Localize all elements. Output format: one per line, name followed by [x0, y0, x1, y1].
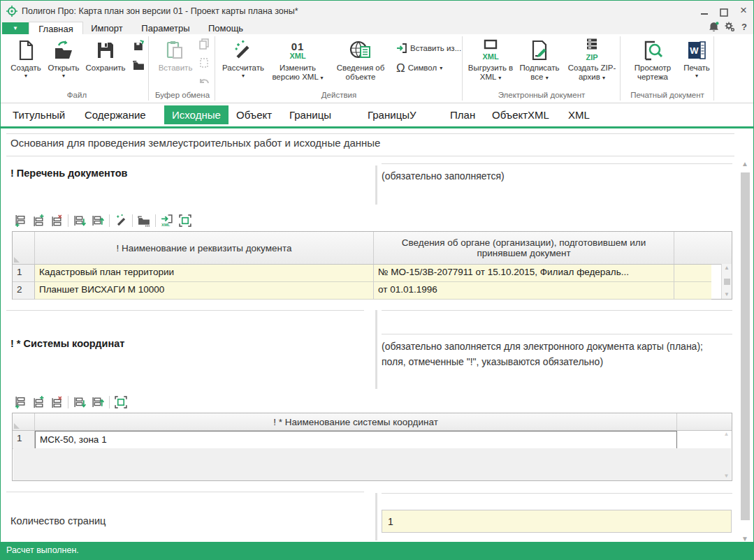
close-icon: ×: [740, 3, 747, 17]
coords-table-header: ! * Наименование системы координат: [13, 413, 732, 431]
divider: [382, 163, 732, 164]
paste-button[interactable]: Вставить: [156, 37, 195, 90]
undo-button[interactable]: [196, 76, 212, 90]
tab-obyekt[interactable]: Объект: [236, 109, 272, 121]
settings-gear-icon[interactable]: [723, 21, 737, 34]
table-scrollbar[interactable]: ▲ ▼: [721, 264, 732, 299]
menu-tab-import[interactable]: Импорт: [87, 22, 126, 35]
copy-button[interactable]: [196, 38, 212, 52]
add-row-button[interactable]: [13, 214, 27, 228]
delete-row-button[interactable]: [50, 214, 64, 228]
scroll-down-icon[interactable]: ▼: [724, 473, 730, 479]
save-copy-button[interactable]: [131, 59, 146, 74]
close-button[interactable]: ×: [736, 3, 751, 16]
add-row-button[interactable]: [13, 395, 27, 409]
sign-all-button[interactable]: Подписать все ▾: [516, 37, 563, 90]
tab-plan[interactable]: План: [450, 109, 475, 121]
open-button[interactable]: Открыть ▾: [45, 37, 82, 90]
save-as-button[interactable]: [131, 40, 146, 54]
main-scrollbar[interactable]: ▲ ▼: [739, 161, 751, 542]
insert-from-icon: [396, 43, 407, 54]
menu-tab-help[interactable]: Помощь: [205, 22, 247, 35]
pages-count-input[interactable]: [382, 510, 732, 533]
column-header-coordsys[interactable]: ! * Наименование системы координат: [35, 413, 677, 430]
notifications-bell-icon[interactable]: [706, 21, 720, 34]
dropdown-arrow-icon: ▾: [321, 75, 324, 81]
table-row[interactable]: 1 МСК-50, зона 1: [13, 431, 732, 449]
group-separator: [462, 36, 463, 101]
tab-granitsy[interactable]: Границы: [289, 109, 331, 121]
table-scrollbar[interactable]: ▲ ▼: [721, 430, 732, 480]
menu-tab-params[interactable]: Параметры: [139, 22, 192, 35]
maximize-icon: [720, 8, 728, 17]
save-button[interactable]: Сохранить: [83, 37, 128, 90]
dropdown-arrow-icon: ▾: [681, 73, 712, 79]
scroll-down-icon[interactable]: ▼: [741, 536, 748, 542]
scroll-up-icon[interactable]: ▲: [724, 432, 730, 437]
export-xml-button[interactable]: XML Выгрузить в XML ▾: [467, 37, 514, 90]
column-header-org[interactable]: Сведения об органе (организации), подгот…: [374, 232, 674, 264]
column-header-name[interactable]: ! Наименование и реквизиты документа: [35, 232, 374, 264]
expand-table-button[interactable]: [178, 214, 192, 228]
group-label-printdoc: Печатный документ: [621, 91, 713, 99]
dropdown-arrow-icon: ▾: [602, 75, 605, 81]
create-button[interactable]: Создать ▾: [8, 37, 44, 90]
table-empty-area: [13, 448, 731, 480]
row-number-header[interactable]: [13, 413, 35, 430]
menu-tab-home[interactable]: Главная: [29, 22, 83, 36]
insert-row-button[interactable]: [31, 395, 45, 409]
help-icon[interactable]: ?: [737, 21, 751, 34]
scroll-thumb[interactable]: [724, 279, 730, 285]
tab-titulny[interactable]: Титульный: [13, 109, 65, 121]
move-row-up-button[interactable]: [91, 214, 105, 228]
divider: [6, 156, 734, 156]
tab-granitsyu[interactable]: ГраницыУ: [368, 109, 416, 121]
cell-name[interactable]: Кадастровый план территории: [35, 265, 374, 282]
scroll-down-icon[interactable]: ▼: [724, 292, 730, 297]
calculate-button[interactable]: Рассчитать ▾: [222, 37, 265, 90]
file-menu-button[interactable]: ▼: [2, 22, 29, 34]
table-row[interactable]: 2 Планшет ВИСХАГИ М 10000 от 01.01.1996: [13, 282, 732, 300]
minimize-button[interactable]: [697, 5, 712, 17]
table-row[interactable]: 1 Кадастровый план территории № МО-15/3В…: [13, 265, 732, 282]
dropdown-arrow-icon: ▾: [440, 65, 442, 71]
import-file-button[interactable]: [137, 214, 151, 228]
scroll-up-icon[interactable]: ▲: [724, 265, 730, 271]
insert-row-button[interactable]: [31, 214, 45, 228]
change-xml-version-button[interactable]: 01XML Изменить версию XML ▾: [269, 37, 326, 90]
print-button[interactable]: W Печать ▾: [681, 37, 712, 90]
cell-coordsys[interactable]: МСК-50, зона 1: [35, 431, 677, 449]
move-row-down-button[interactable]: [73, 395, 87, 409]
insert-from-button[interactable]: Вставить из...: [396, 41, 461, 55]
move-row-down-button[interactable]: [73, 214, 87, 228]
divider: [382, 334, 732, 334]
documents-hint: (обязательно заполняется): [382, 168, 727, 184]
object-info-button[interactable]: Сведения об объекте: [331, 37, 391, 90]
export-xml-icon: XML: [467, 37, 514, 64]
document-tabs: Титульный Содержание Исходные Объект Гра…: [1, 103, 753, 128]
page-content: Основания для проведения землеустроитель…: [1, 128, 753, 542]
table-wand-button[interactable]: [114, 214, 128, 228]
expand-table-button[interactable]: [114, 395, 128, 409]
coords-table-toolbar: [13, 394, 128, 411]
import-xml-button[interactable]: XML: [160, 214, 174, 228]
create-zip-button[interactable]: ZIP Создать ZIP-архив ▾: [565, 37, 618, 90]
cell-org[interactable]: от 01.01.1996: [374, 282, 674, 300]
cell-name[interactable]: Планшет ВИСХАГИ М 10000: [35, 282, 374, 300]
delete-row-button[interactable]: [50, 395, 64, 409]
tab-xml[interactable]: XML: [568, 109, 590, 121]
maximize-button[interactable]: [716, 7, 732, 20]
tab-obyektxml[interactable]: ОбъектXML: [492, 109, 549, 121]
preview-drawing-button[interactable]: Просмотр чертежа: [627, 37, 679, 90]
scroll-up-icon[interactable]: ▲: [741, 161, 748, 167]
tab-iskhodnye[interactable]: Исходные: [164, 105, 229, 124]
row-number: 1: [13, 431, 35, 449]
tab-soderzhanie[interactable]: Содержание: [85, 109, 146, 121]
toolbar-separator: [68, 214, 68, 227]
symbol-button[interactable]: Ω Символ ▾: [396, 61, 442, 75]
row-number-header[interactable]: [13, 232, 35, 264]
paste-special-button[interactable]: [196, 57, 212, 71]
move-row-up-button[interactable]: [91, 395, 105, 409]
cell-org[interactable]: № МО-15/3В-2077911 от 15.10.2015, Филиал…: [374, 265, 674, 282]
scroll-thumb[interactable]: [741, 172, 750, 520]
